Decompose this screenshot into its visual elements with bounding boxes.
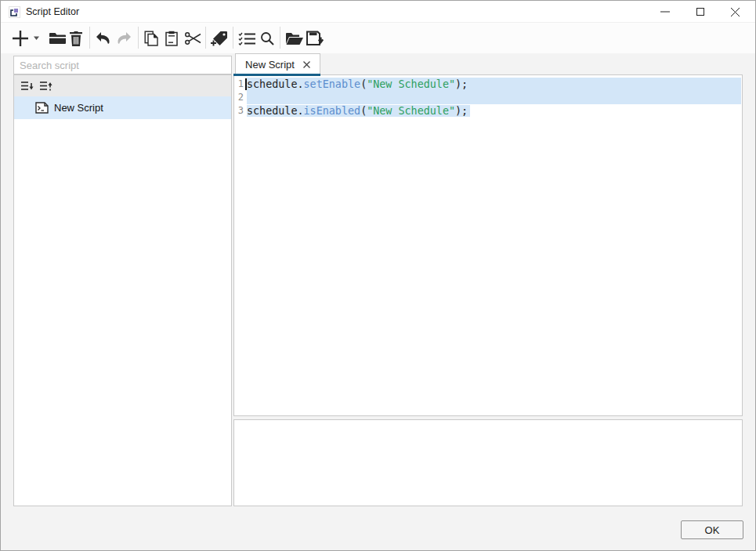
tab-new-script[interactable]: New Script [235,53,320,74]
code-line[interactable]: 3schedule.isEnabled("New Schedule"); [235,104,741,118]
tab-close-icon[interactable] [303,61,310,68]
code-line[interactable]: 1schedule.setEnable("New Schedule"); [235,78,741,91]
cut-button[interactable] [182,29,204,48]
text-caret [245,78,247,90]
active-tab-underline [233,74,320,76]
undo-button[interactable] [92,29,114,48]
delete-button[interactable] [65,29,87,48]
script-list-item[interactable]: New Script [14,96,231,119]
minimize-button[interactable] [647,1,682,23]
window-title: Script Editor [26,6,79,17]
title-bar: Script Editor [1,1,755,23]
output-panel[interactable] [233,419,743,506]
code-text: schedule.isEnabled("New Schedule"); [247,104,741,118]
import-button[interactable] [283,29,305,48]
add-script-button[interactable] [12,29,42,48]
code-text: schedule.setEnable("New Schedule"); [247,78,741,91]
maximize-button[interactable] [682,1,718,23]
ok-button[interactable]: OK [681,520,743,539]
script-list-item-label: New Script [54,102,103,114]
script-editor-window: Script Editor [0,0,756,551]
redo-button[interactable] [113,29,135,48]
line-number: 3 [235,104,244,118]
sort-bar [14,75,231,96]
checklist-button[interactable] [236,29,258,48]
script-list-panel: New Script [13,74,232,506]
tab-label: New Script [245,59,295,71]
code-line[interactable]: 2 [235,91,741,104]
close-button[interactable] [718,1,753,23]
code-text [247,91,741,104]
app-icon [9,6,20,18]
line-number: 1 [235,78,244,91]
search-input[interactable] [13,56,232,74]
sort-ascending-icon[interactable] [39,78,54,93]
sort-descending-icon[interactable] [20,78,35,93]
add-tag-button[interactable] [208,29,230,48]
line-number: 2 [235,91,244,104]
toolbar [1,23,755,53]
code-editor[interactable]: 1schedule.setEnable("New Schedule");23sc… [233,74,743,416]
copy-button[interactable] [140,29,162,48]
script-file-icon [35,102,49,114]
paste-button[interactable] [161,29,183,48]
export-button[interactable] [303,29,325,48]
find-button[interactable] [256,29,278,48]
